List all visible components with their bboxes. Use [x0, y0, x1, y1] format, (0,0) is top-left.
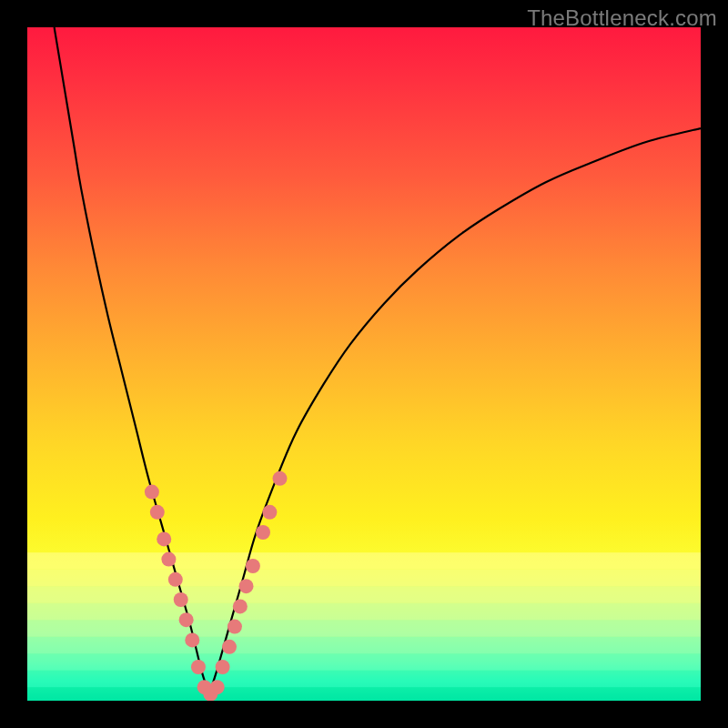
gradient-band — [27, 603, 701, 621]
gradient-band — [27, 671, 701, 688]
data-point — [246, 559, 260, 573]
data-point — [233, 599, 248, 613]
data-point — [168, 572, 183, 587]
data-point — [145, 485, 159, 500]
gradient-band — [27, 687, 701, 701]
data-point — [150, 505, 165, 520]
gradient-band — [27, 637, 701, 654]
gradient-band-overlay — [27, 552, 701, 701]
data-point — [185, 632, 199, 647]
data-point — [157, 531, 171, 546]
data-point — [191, 660, 206, 674]
data-point — [174, 592, 188, 607]
chart-frame: TheBottleneck.com — [0, 0, 728, 728]
gradient-band — [27, 653, 701, 671]
gradient-band — [27, 552, 701, 570]
data-point — [262, 505, 277, 520]
data-point — [239, 579, 254, 593]
data-point — [256, 525, 270, 540]
data-point — [161, 552, 176, 567]
data-point — [273, 471, 288, 486]
gradient-band — [27, 570, 701, 587]
data-point — [222, 640, 237, 654]
data-point — [216, 660, 230, 674]
gradient-band — [27, 586, 701, 603]
data-point — [210, 680, 225, 694]
plot-area — [27, 27, 701, 701]
data-point — [228, 620, 242, 634]
gradient-band — [27, 620, 701, 637]
data-point — [179, 612, 194, 627]
chart-svg — [27, 27, 701, 701]
